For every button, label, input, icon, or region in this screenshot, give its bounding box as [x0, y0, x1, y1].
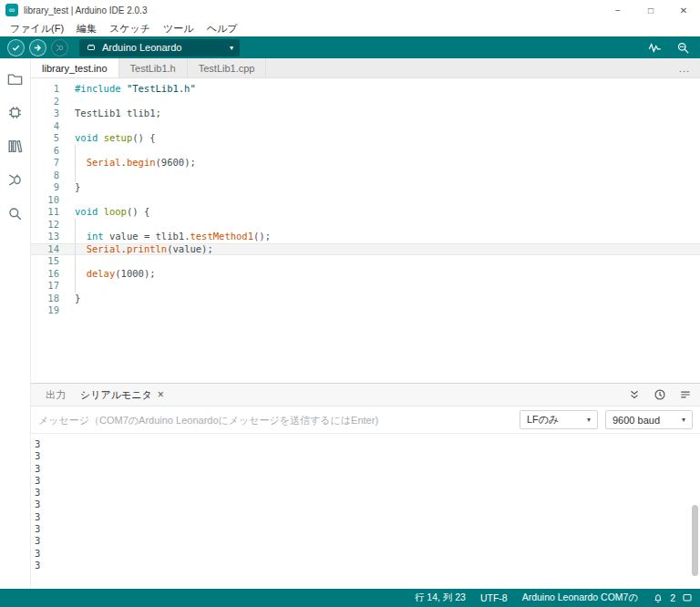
code-line-4[interactable]: 4 — [31, 120, 700, 133]
line-number: 8 — [31, 170, 71, 182]
main-area: library_test.inoTestLib1.hTestLib1.cpp .… — [0, 58, 700, 589]
line-ending-dropdown[interactable]: LFのみ ▾ — [520, 410, 598, 429]
code-line-11[interactable]: 11void loop() { — [31, 206, 700, 219]
board-port-indicator[interactable]: Arduino Leonardo COM7の — [522, 592, 638, 604]
close-tab-icon[interactable]: × — [158, 388, 164, 401]
code-text — [71, 96, 700, 108]
code-line-18[interactable]: 18} — [31, 293, 700, 305]
menu-item[interactable]: 編集 — [70, 22, 103, 36]
verify-button[interactable] — [7, 39, 25, 57]
code-text: delay(1000); — [71, 268, 700, 281]
code-line-3[interactable]: 3TestLib1 tlib1; — [31, 108, 700, 120]
editor-tab-TestLib1.cpp[interactable]: TestLib1.cpp — [188, 58, 267, 77]
code-line-19[interactable]: 19 — [31, 304, 700, 317]
code-line-5[interactable]: 5void setup() { — [31, 132, 700, 145]
code-line-8[interactable]: 8 — [31, 170, 700, 182]
collapse-panel-button[interactable] — [627, 387, 642, 402]
line-number: 16 — [31, 268, 71, 281]
close-button[interactable]: ✕ — [667, 0, 700, 20]
menu-item[interactable]: ファイル(F) — [4, 22, 70, 36]
sidebar-item-debugger[interactable] — [5, 170, 26, 190]
cursor-position[interactable]: 行 14, 列 23 — [415, 592, 466, 604]
code-line-1[interactable]: 1#include "TestLib1.h" — [31, 83, 700, 96]
sidebar-item-search[interactable] — [5, 204, 26, 224]
serial-output-line: 3 — [35, 463, 700, 475]
code-line-6[interactable]: 6 — [31, 145, 700, 158]
encoding-indicator[interactable]: UTF-8 — [480, 592, 508, 603]
maximize-button[interactable]: □ — [634, 0, 667, 20]
line-number: 1 — [31, 83, 71, 96]
sidebar-item-library-manager[interactable] — [5, 137, 26, 157]
line-number: 5 — [31, 132, 71, 145]
bottom-panel: 出力 シリアルモニタ × — [31, 383, 700, 589]
line-number: 18 — [31, 293, 71, 305]
code-line-16[interactable]: 16 delay(1000); — [31, 268, 700, 281]
code-line-17[interactable]: 17 — [31, 280, 700, 293]
serial-output-line: 3 — [35, 560, 700, 571]
menu-item[interactable]: スケッチ — [103, 22, 157, 36]
scrollbar-thumb[interactable] — [692, 505, 698, 576]
line-number: 15 — [31, 255, 71, 268]
line-number: 12 — [31, 219, 71, 231]
code-editor[interactable]: 1#include "TestLib1.h"23TestLib1 tlib1;4… — [31, 78, 700, 383]
code-text: } — [71, 293, 700, 305]
serial-plotter-button[interactable] — [644, 38, 664, 57]
code-text: Serial.begin(9600); — [71, 157, 700, 170]
code-line-13[interactable]: 13 int value = tlib1.testMethod1(); — [31, 231, 700, 243]
board-selector-label: Arduino Leonardo — [102, 42, 181, 53]
editor-tab-bar: library_test.inoTestLib1.hTestLib1.cpp .… — [31, 58, 700, 78]
editor-tab-TestLib1.h[interactable]: TestLib1.h — [119, 58, 188, 77]
clear-output-button[interactable] — [678, 387, 693, 402]
code-line-7[interactable]: 7 Serial.begin(9600); — [31, 157, 700, 170]
serial-output-line: 3 — [35, 475, 700, 487]
line-number: 3 — [31, 108, 71, 120]
menu-item[interactable]: ツール — [157, 22, 201, 36]
code-line-9[interactable]: 9} — [31, 181, 700, 194]
editor-tab-library_test.ino[interactable]: library_test.ino — [31, 58, 119, 77]
code-text — [71, 280, 700, 293]
serial-message-input[interactable] — [38, 415, 512, 426]
chevron-down-icon: ▾ — [587, 416, 591, 424]
serial-output-line: 3 — [35, 548, 700, 560]
code-line-14[interactable]: 14 Serial.println(value); — [31, 243, 700, 256]
line-number: 6 — [31, 145, 71, 158]
serial-output-area: 33333333333 — [31, 434, 700, 589]
code-text: void loop() { — [71, 206, 700, 219]
code-line-15[interactable]: 15 — [31, 255, 700, 268]
serial-output-line: 3 — [35, 499, 700, 510]
tab-serial-monitor[interactable]: シリアルモニタ × — [73, 384, 171, 406]
code-line-10[interactable]: 10 — [31, 194, 700, 207]
serial-output-line: 3 — [35, 535, 700, 547]
serial-output-line: 3 — [35, 511, 700, 523]
sidebar-item-sketchbook[interactable] — [5, 69, 26, 89]
code-text: int value = tlib1.testMethod1(); — [71, 231, 700, 243]
arduino-ide-window: ∞ library_test | Arduino IDE 2.0.3 − □ ✕… — [0, 0, 700, 607]
notifications-bell-icon[interactable] — [653, 592, 664, 603]
code-line-12[interactable]: 12 — [31, 219, 700, 231]
toggle-timestamp-button[interactable] — [653, 387, 667, 402]
magnifier-icon — [676, 41, 690, 55]
minimize-button[interactable]: − — [602, 0, 634, 20]
clear-output-icon — [679, 388, 692, 401]
tab-output[interactable]: 出力 — [38, 384, 73, 406]
line-number: 2 — [31, 96, 71, 108]
editor-more-actions-button[interactable]: ... — [669, 58, 700, 77]
panel-layout-icon[interactable] — [682, 592, 693, 603]
line-number: 17 — [31, 280, 71, 293]
window-controls: − □ ✕ — [602, 0, 700, 20]
board-selector-dropdown[interactable]: Arduino Leonardo ▾ — [79, 39, 240, 57]
serial-monitor-button[interactable] — [673, 38, 693, 57]
chevron-down-icon: ▾ — [230, 44, 233, 52]
sidebar-item-boards-manager[interactable] — [5, 103, 26, 123]
menu-item[interactable]: ヘルプ — [201, 22, 244, 36]
code-text: TestLib1 tlib1; — [71, 108, 700, 120]
upload-button[interactable] — [29, 39, 46, 57]
code-line-2[interactable]: 2 — [31, 96, 700, 108]
debug-icon — [6, 171, 24, 190]
activity-sidebar — [0, 58, 31, 589]
books-icon — [6, 138, 24, 157]
debug-button[interactable] — [51, 39, 68, 57]
toolbar: Arduino Leonardo ▾ — [0, 36, 700, 58]
baud-rate-dropdown[interactable]: 9600 baud ▾ — [605, 410, 693, 429]
content-column: library_test.inoTestLib1.hTestLib1.cpp .… — [31, 58, 700, 589]
